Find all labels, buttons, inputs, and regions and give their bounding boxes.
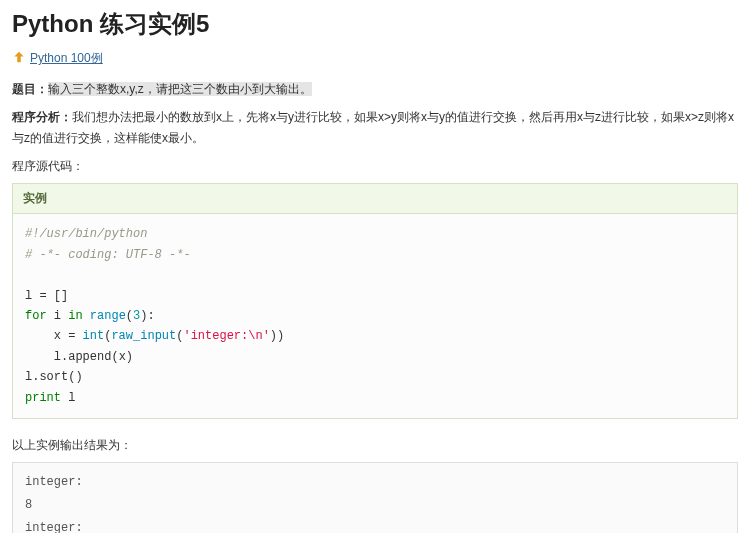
analysis-label: 程序分析：	[12, 110, 72, 124]
output-block: integer: 8 integer: 5 integer: 6 [5, 6, …	[12, 462, 738, 533]
topic-label: 题目：	[12, 82, 48, 96]
page-title: Python 练习实例5	[12, 8, 738, 40]
output-label: 以上实例输出结果为：	[12, 435, 738, 457]
code-block: #!/usr/bin/python # -*- coding: UTF-8 -*…	[12, 213, 738, 419]
up-arrow-icon	[12, 50, 26, 67]
topic-line: 题目：输入三个整数x,y,z，请把这三个数由小到大输出。	[12, 79, 738, 101]
analysis-line: 程序分析：我们想办法把最小的数放到x上，先将x与y进行比较，如果x>y则将x与y…	[12, 107, 738, 150]
source-label: 程序源代码：	[12, 156, 738, 178]
analysis-text: 我们想办法把最小的数放到x上，先将x与y进行比较，如果x>y则将x与y的值进行交…	[12, 110, 734, 146]
example-header: 实例	[12, 183, 738, 213]
topic-text: 输入三个整数x,y,z，请把这三个数由小到大输出。	[48, 82, 312, 96]
back-link-row: Python 100例	[12, 50, 738, 67]
back-link[interactable]: Python 100例	[30, 50, 103, 67]
